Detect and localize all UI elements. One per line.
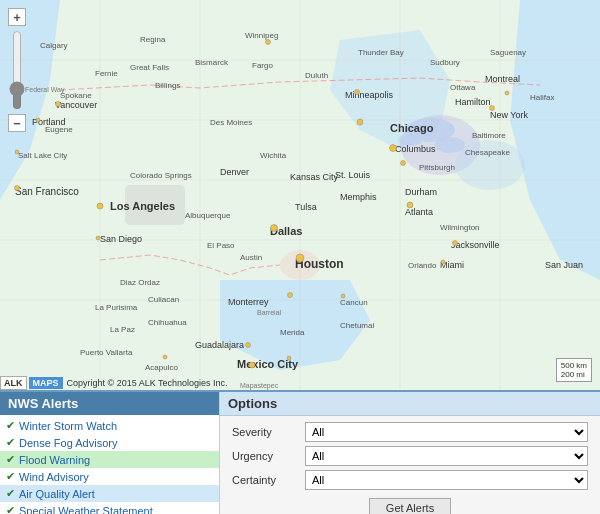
svg-text:Los Angeles: Los Angeles xyxy=(110,200,175,212)
svg-text:Salt Lake City: Salt Lake City xyxy=(18,151,67,160)
alk-badge: ALK xyxy=(0,376,27,390)
zoom-slider[interactable] xyxy=(8,30,26,110)
svg-point-82 xyxy=(56,102,61,107)
svg-text:Barreial: Barreial xyxy=(257,309,282,316)
svg-text:Atlanta: Atlanta xyxy=(405,207,433,217)
svg-text:Fargo: Fargo xyxy=(252,61,273,70)
svg-point-97 xyxy=(441,260,445,264)
severity-select[interactable]: AllExtremeSevereModerateMinorUnknown xyxy=(305,422,588,442)
svg-text:Calgary: Calgary xyxy=(40,41,68,50)
svg-text:Columbus: Columbus xyxy=(395,144,436,154)
svg-text:La Purisima: La Purisima xyxy=(95,303,138,312)
svg-point-104 xyxy=(490,106,495,111)
svg-text:Hamilton: Hamilton xyxy=(455,97,491,107)
nws-item-winter-storm[interactable]: ✔Winter Storm Watch xyxy=(0,417,219,434)
svg-text:San Juan: San Juan xyxy=(545,260,583,270)
svg-text:Chesapeake: Chesapeake xyxy=(465,148,510,157)
svg-point-86 xyxy=(97,203,103,209)
nws-item-check-special-weather: ✔ xyxy=(6,504,15,514)
svg-text:Austin: Austin xyxy=(240,253,262,262)
svg-point-83 xyxy=(36,118,40,122)
svg-text:Tulsa: Tulsa xyxy=(295,202,317,212)
svg-point-95 xyxy=(407,202,413,208)
nws-item-check-dense-fog: ✔ xyxy=(6,436,15,449)
svg-point-96 xyxy=(453,241,458,246)
svg-text:Minneapolis: Minneapolis xyxy=(345,90,394,100)
zoom-out-button[interactable]: − xyxy=(8,114,26,132)
severity-label: Severity xyxy=(232,426,297,438)
svg-text:Billings: Billings xyxy=(155,81,180,90)
svg-text:Jacksonville: Jacksonville xyxy=(451,240,500,250)
svg-text:Ottawa: Ottawa xyxy=(450,83,476,92)
svg-text:San Francisco: San Francisco xyxy=(15,186,79,197)
nws-item-label-air-quality[interactable]: Air Quality Alert xyxy=(19,488,95,500)
nws-item-label-dense-fog[interactable]: Dense Fog Advisory xyxy=(19,437,117,449)
nws-alerts-list[interactable]: ✔Winter Storm Watch✔Dense Fog Advisory✔F… xyxy=(0,415,219,514)
svg-text:Puerto Vallarta: Puerto Vallarta xyxy=(80,348,133,357)
map-container[interactable]: Vancouver Calgary Regina Winnipeg Thunde… xyxy=(0,0,600,390)
options-panel: Options Severity AllExtremeSevereModerat… xyxy=(220,392,600,514)
svg-text:Sudbury: Sudbury xyxy=(430,58,460,67)
scale-bar: 500 km 200 mi xyxy=(556,358,592,382)
nws-item-dense-fog[interactable]: ✔Dense Fog Advisory xyxy=(0,434,219,451)
svg-point-85 xyxy=(15,186,20,191)
svg-text:Eugene: Eugene xyxy=(45,125,73,134)
svg-text:Thunder Bay: Thunder Bay xyxy=(358,48,404,57)
svg-text:Colorado Springs: Colorado Springs xyxy=(130,171,192,180)
nws-item-air-quality[interactable]: ✔Air Quality Alert xyxy=(0,485,219,502)
nws-item-flood-warning[interactable]: ✔Flood Warning xyxy=(0,451,219,468)
nws-item-label-flood-warning[interactable]: Flood Warning xyxy=(19,454,90,466)
nws-item-label-winter-storm[interactable]: Winter Storm Watch xyxy=(19,420,117,432)
svg-point-94 xyxy=(296,254,304,262)
svg-text:New York: New York xyxy=(490,110,529,120)
svg-point-99 xyxy=(341,294,345,298)
svg-text:Acapulco: Acapulco xyxy=(145,363,178,372)
svg-text:Denver: Denver xyxy=(220,167,249,177)
map-zoom-controls: + − xyxy=(8,8,26,132)
svg-text:Guadalajara: Guadalajara xyxy=(195,340,244,350)
svg-text:Cancun: Cancun xyxy=(340,298,368,307)
urgency-label: Urgency xyxy=(232,450,297,462)
svg-text:Fernie: Fernie xyxy=(95,69,118,78)
svg-point-101 xyxy=(163,355,167,359)
nws-item-check-winter-storm: ✔ xyxy=(6,419,15,432)
svg-point-102 xyxy=(287,356,291,360)
svg-text:Des Moines: Des Moines xyxy=(210,118,252,127)
certainty-row: Certainty AllExtremeSevereModerateMinorU… xyxy=(232,470,588,490)
get-alerts-button[interactable]: Get Alerts xyxy=(369,498,451,514)
svg-text:Diaz Ordaz: Diaz Ordaz xyxy=(120,278,160,287)
options-body: Severity AllExtremeSevereModerateMinorUn… xyxy=(220,416,600,514)
svg-point-100 xyxy=(246,343,251,348)
svg-text:Great Falls: Great Falls xyxy=(130,63,169,72)
urgency-select[interactable]: AllExtremeSevereModerateMinorUnknown xyxy=(305,446,588,466)
zoom-in-button[interactable]: + xyxy=(8,8,26,26)
svg-text:Regina: Regina xyxy=(140,35,166,44)
svg-text:Culiacan: Culiacan xyxy=(148,295,179,304)
nws-item-check-flood-warning: ✔ xyxy=(6,453,15,466)
svg-point-92 xyxy=(401,161,406,166)
svg-text:Bismarck: Bismarck xyxy=(195,58,229,67)
svg-text:Memphis: Memphis xyxy=(340,192,377,202)
zoom-slider-container xyxy=(8,28,26,112)
svg-text:Duluth: Duluth xyxy=(305,71,328,80)
svg-text:Pittsburgh: Pittsburgh xyxy=(419,163,455,172)
svg-point-105 xyxy=(505,91,509,95)
svg-text:Wilmington: Wilmington xyxy=(440,223,480,232)
svg-point-90 xyxy=(357,119,363,125)
certainty-select[interactable]: AllExtremeSevereModerateMinorUnknown xyxy=(305,470,588,490)
svg-text:Kansas City: Kansas City xyxy=(290,172,339,182)
bottom-panel: NWS Alerts ✔Winter Storm Watch✔Dense Fog… xyxy=(0,390,600,514)
nws-item-label-wind-advisory[interactable]: Wind Advisory xyxy=(19,471,89,483)
severity-row: Severity AllExtremeSevereModerateMinorUn… xyxy=(232,422,588,442)
svg-text:Merida: Merida xyxy=(280,328,305,337)
svg-text:Montreal: Montreal xyxy=(485,74,520,84)
nws-item-label-special-weather[interactable]: Special Weather Statement xyxy=(19,505,153,515)
nws-item-special-weather[interactable]: ✔Special Weather Statement xyxy=(0,502,219,514)
nws-item-check-wind-advisory: ✔ xyxy=(6,470,15,483)
get-alerts-row: Get Alerts xyxy=(232,498,588,514)
svg-point-87 xyxy=(96,236,100,240)
svg-text:El Paso: El Paso xyxy=(207,241,235,250)
nws-item-wind-advisory[interactable]: ✔Wind Advisory xyxy=(0,468,219,485)
svg-text:Vancouver: Vancouver xyxy=(55,100,97,110)
svg-text:St. Louis: St. Louis xyxy=(335,170,371,180)
